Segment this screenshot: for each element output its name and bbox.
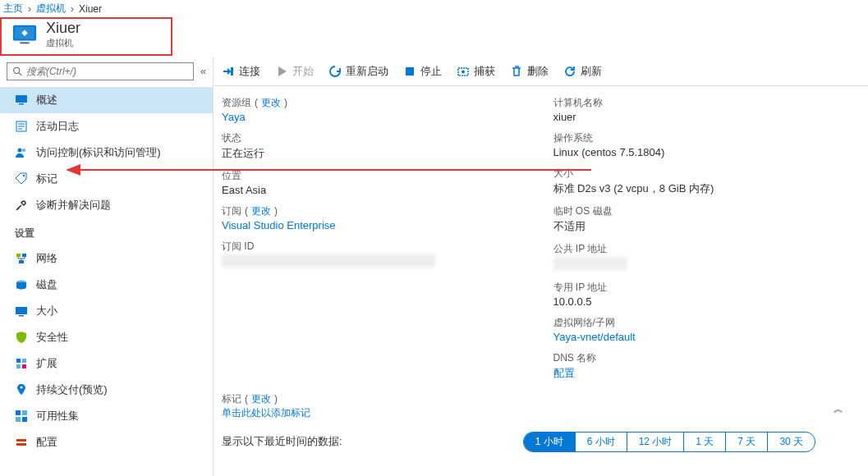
capture-icon: [457, 65, 470, 78]
redacted-value: [222, 254, 435, 268]
toolbar-restart[interactable]: 重新启动: [328, 64, 388, 79]
svg-rect-17: [19, 260, 24, 263]
sidebar-item-availset[interactable]: 可用性集: [0, 403, 213, 429]
delete-icon: [510, 65, 523, 78]
restart-icon: [328, 65, 342, 78]
size-value: 标准 D2s v3 (2 vcpu，8 GiB 内存): [553, 181, 861, 196]
breadcrumb-vm[interactable]: 虚拟机: [36, 2, 66, 16]
properties-right: 计算机名称 xiuer 操作系统 Linux (centos 7.5.1804)…: [553, 96, 861, 389]
content-pane: 连接 开始 重新启动 停止 捕获 删除: [214, 57, 868, 476]
tag-icon: [15, 172, 28, 185]
sidebar-item-label: 磁盘: [36, 277, 57, 292]
prop-label: 临时 OS 磁盘: [553, 204, 861, 218]
resource-group-link[interactable]: Yaya: [222, 111, 529, 123]
toolbar-refresh[interactable]: 刷新: [563, 64, 602, 79]
prop-label: 位置: [222, 169, 529, 183]
svg-rect-26: [16, 410, 21, 415]
toolbar-stop[interactable]: 停止: [403, 64, 442, 79]
time-pill-6h[interactable]: 6 小时: [576, 433, 627, 451]
monitor-icon: [15, 94, 28, 107]
toolbar-label: 删除: [527, 64, 549, 79]
svg-rect-20: [19, 315, 24, 317]
computer-name-value: xiuer: [553, 111, 861, 123]
vnet-link[interactable]: Yaya-vnet/default: [553, 331, 861, 343]
log-icon: [15, 120, 28, 133]
toolbar-capture[interactable]: 捕获: [457, 64, 495, 79]
time-pill-30d[interactable]: 30 天: [768, 433, 815, 451]
toolbar-label: 刷新: [581, 64, 602, 79]
prop-label: 虚拟网络/子网: [553, 316, 861, 330]
sidebar-item-diagnose[interactable]: 诊断并解决问题: [0, 192, 213, 218]
svg-rect-2: [20, 43, 29, 44]
dns-configure-link[interactable]: 配置: [553, 366, 861, 381]
search-box[interactable]: [7, 62, 194, 80]
size-icon: [15, 304, 28, 318]
time-pill-12h[interactable]: 12 小时: [627, 433, 685, 451]
svg-rect-7: [19, 103, 24, 105]
sidebar-item-iam[interactable]: 访问控制(标识和访问管理): [0, 140, 213, 166]
sidebar-item-activity[interactable]: 活动日志: [0, 113, 213, 140]
sidebar-item-label: 扩展: [36, 356, 57, 371]
sidebar-item-label: 标记: [36, 172, 57, 186]
change-link[interactable]: 更改: [251, 392, 271, 406]
sidebar-item-size[interactable]: 大小: [0, 298, 213, 324]
sidebar-item-label: 概述: [36, 93, 57, 108]
tags-label: 标记: [222, 392, 241, 406]
svg-point-4: [14, 67, 20, 73]
svg-rect-27: [22, 410, 27, 415]
change-link[interactable]: 更改: [251, 204, 271, 218]
prop-label: 资源组: [222, 96, 251, 110]
collapse-sidebar-icon[interactable]: «: [200, 65, 206, 77]
toolbar-label: 重新启动: [346, 64, 388, 79]
prop-label: 订阅 ID: [222, 240, 529, 254]
breadcrumb-home[interactable]: 主页: [3, 2, 23, 16]
time-pill-1d[interactable]: 1 天: [684, 433, 726, 451]
time-range-pills: 1 小时 6 小时 12 小时 1 天 7 天 30 天: [523, 432, 815, 452]
toolbar-label: 捕获: [474, 64, 495, 79]
sidebar-item-label: 可用性集: [36, 409, 79, 423]
sidebar-item-security[interactable]: 安全性: [0, 324, 213, 350]
breadcrumb: 主页 › 虚拟机 › Xiuer: [0, 0, 868, 17]
location-value: East Asia: [222, 184, 529, 196]
time-pill-1h[interactable]: 1 小时: [524, 433, 576, 451]
svg-rect-16: [22, 254, 26, 257]
resource-header: Xiuer 虚拟机: [0, 17, 172, 56]
svg-rect-31: [16, 443, 26, 446]
svg-rect-22: [22, 359, 26, 363]
breadcrumb-sep: ›: [71, 3, 74, 15]
gear-icon: [15, 436, 28, 449]
sidebar-item-label: 安全性: [36, 330, 68, 345]
sidebar-item-overview[interactable]: 概述: [0, 87, 213, 113]
sidebar-item-disks[interactable]: 磁盘: [0, 272, 213, 298]
status-value: 正在运行: [222, 146, 529, 161]
sidebar-item-networking[interactable]: 网络: [0, 245, 213, 272]
svg-rect-29: [22, 417, 27, 422]
wrench-icon: [15, 199, 28, 212]
properties-left: 资源组 (更改) Yaya 状态 正在运行 位置 East Asia 订阅 (更…: [222, 96, 529, 389]
toolbar-delete[interactable]: 删除: [510, 64, 549, 79]
search-input[interactable]: [26, 66, 188, 77]
svg-rect-6: [16, 95, 27, 103]
time-pill-7d[interactable]: 7 天: [726, 433, 768, 451]
sidebar-item-config[interactable]: 配置: [0, 429, 213, 455]
subscription-link[interactable]: Visual Studio Enterprise: [222, 219, 529, 231]
redacted-value: [553, 257, 627, 270]
svg-rect-32: [231, 67, 233, 76]
play-icon: [275, 65, 288, 78]
collapse-chevron-icon[interactable]: ︽: [834, 402, 843, 416]
prop-label: 计算机名称: [553, 96, 861, 110]
toolbar-label: 连接: [239, 64, 260, 79]
add-tags-link[interactable]: 单击此处以添加标记: [222, 406, 860, 420]
sidebar-item-tags[interactable]: 标记: [0, 166, 213, 192]
sidebar-item-extensions[interactable]: 扩展: [0, 350, 213, 377]
prop-label: 状态: [222, 131, 529, 145]
extension-icon: [15, 357, 28, 370]
toolbar-label: 停止: [420, 64, 442, 79]
toolbar-connect[interactable]: 连接: [222, 64, 260, 79]
change-link[interactable]: 更改: [261, 96, 281, 110]
toolbar-label: 开始: [292, 64, 314, 79]
svg-rect-21: [16, 359, 21, 363]
refresh-icon: [563, 65, 576, 78]
sidebar-section-settings: 设置: [0, 218, 213, 245]
sidebar-item-cicd[interactable]: 持续交付(预览): [0, 377, 213, 403]
